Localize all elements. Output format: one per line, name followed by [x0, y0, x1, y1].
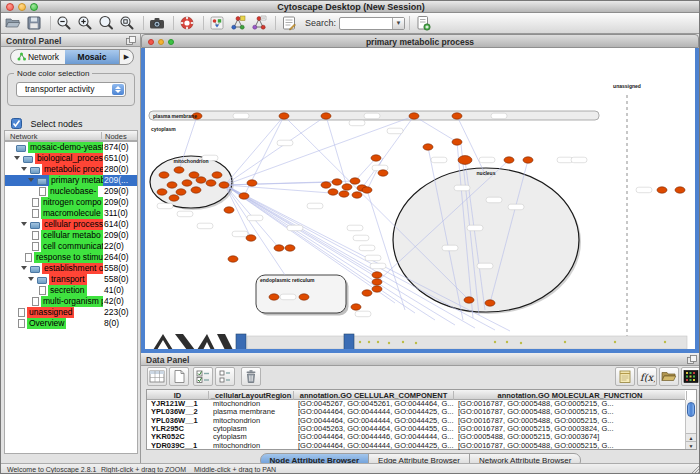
table-column-header[interactable]: _cellularLayoutRegion: [209, 391, 294, 400]
graph-node[interactable]: [224, 207, 234, 213]
table-row[interactable]: YPL036W__1mitochondrion[GO:0044464, GO:0…: [147, 417, 685, 425]
graph-node[interactable]: [378, 170, 388, 176]
export-network-button[interactable]: [250, 14, 271, 33]
zoom-out-button[interactable]: [55, 14, 76, 33]
snapshot-button[interactable]: [148, 14, 169, 33]
tree-row[interactable]: multi-organism pro42(0): [5, 296, 137, 307]
network-window-titlebar[interactable]: primary metabolic process: [141, 34, 699, 48]
tree-row[interactable]: metabolic process280(0): [5, 164, 137, 175]
annotation-button[interactable]: [280, 14, 301, 33]
graph-node[interactable]: [409, 113, 419, 119]
import-network-button[interactable]: [229, 14, 250, 33]
graph-node[interactable]: [191, 187, 201, 193]
graph-node[interactable]: [371, 155, 381, 161]
tree-row[interactable]: mosaic-demo-yeast874(0): [5, 142, 137, 153]
graph-node[interactable]: [299, 294, 309, 300]
save-session-button[interactable]: [25, 14, 46, 33]
graph-node[interactable]: [423, 144, 433, 150]
graph-node[interactable]: [372, 272, 382, 278]
table-column-header[interactable]: ID: [147, 391, 209, 400]
graph-node[interactable]: [212, 172, 222, 178]
graph-node[interactable]: [339, 191, 349, 197]
graph-node[interactable]: [228, 256, 238, 262]
graph-node[interactable]: [321, 182, 331, 188]
graph-node[interactable]: [485, 300, 495, 306]
attribute-grid-button[interactable]: [147, 367, 167, 386]
graph-node[interactable]: [182, 180, 192, 186]
select-nodes-checkbox[interactable]: Select nodes: [11, 113, 83, 125]
resize-grip-icon[interactable]: [691, 465, 700, 474]
graph-node[interactable]: [452, 139, 462, 145]
vizmapper-button[interactable]: [208, 14, 229, 33]
graph-node[interactable]: [285, 245, 295, 251]
tree-row[interactable]: response to stimulu264(0): [5, 252, 137, 263]
tree-row[interactable]: cellular process614(0): [5, 219, 137, 230]
tree-row[interactable]: unassigned223(0): [5, 307, 137, 318]
zoom-in-button[interactable]: [76, 14, 97, 33]
graph-node[interactable]: [464, 297, 474, 303]
graph-node[interactable]: [167, 182, 177, 188]
table-column-header[interactable]: annotation.GO MOLECULAR_FUNCTION: [454, 391, 687, 400]
table-row[interactable]: YLR295Ccytoplasm[GO:0045263, GO:0044464,…: [147, 425, 685, 433]
graph-node[interactable]: [350, 178, 360, 184]
graph-node[interactable]: [269, 294, 279, 300]
zoom-selected-button[interactable]: [118, 14, 139, 33]
graph-node[interactable]: [452, 113, 462, 119]
graph-node[interactable]: [246, 235, 256, 241]
dropdown-stepper-icon[interactable]: [112, 84, 124, 95]
tree-row[interactable]: cellular metabo209(0): [5, 230, 137, 241]
tree-expand-arrow-icon[interactable]: [21, 266, 27, 270]
tab-mosaic[interactable]: Mosaic: [65, 50, 119, 64]
tree-row[interactable]: transport558(0): [5, 274, 137, 285]
notes-button[interactable]: [615, 367, 635, 386]
table-scrollbar[interactable]: ▲ ▼: [685, 400, 696, 449]
import-attributes-button[interactable]: [659, 367, 679, 386]
new-annotation-button[interactable]: [414, 14, 435, 33]
tree-expand-arrow-icon[interactable]: [21, 167, 27, 171]
graph-node[interactable]: [206, 180, 216, 186]
tree-row[interactable]: secretion41(0): [5, 285, 137, 296]
graph-node[interactable]: [342, 184, 352, 190]
graph-node[interactable]: [328, 189, 338, 195]
tree-expand-arrow-icon[interactable]: [28, 277, 34, 281]
float-panel-icon[interactable]: [126, 36, 136, 45]
network-canvas[interactable]: plasma membranecytoplasmmitochondrionnuc…: [145, 48, 695, 349]
tree-row[interactable]: nucleobase-209(0): [5, 186, 137, 197]
scroll-down-arrow[interactable]: ▼: [686, 441, 696, 449]
tree-row[interactable]: biological_process651(0): [5, 153, 137, 164]
scroll-up-arrow[interactable]: ▲: [686, 433, 696, 441]
graph-node[interactable]: [169, 195, 179, 201]
table-row[interactable]: YKR052Ccytoplasm[GO:0044464, GO:0044446,…: [147, 433, 685, 441]
graph-node[interactable]: [362, 187, 372, 193]
node-color-dropdown[interactable]: transporter activity: [16, 82, 126, 97]
tree-row[interactable]: establishment of lo558(0): [5, 263, 137, 274]
float-panel-icon[interactable]: [687, 355, 697, 364]
graph-node[interactable]: [219, 182, 229, 188]
tree-row[interactable]: cell communicat22(0): [5, 241, 137, 252]
tree-col-divider[interactable]: [101, 132, 102, 139]
graph-node[interactable]: [332, 179, 342, 185]
open-session-button[interactable]: [4, 14, 25, 33]
graph-node[interactable]: [321, 113, 331, 119]
scrollbar-thumb[interactable]: [687, 402, 695, 417]
table-row[interactable]: YJR121W__1mitochondrion[GO:0045267, GO:0…: [147, 400, 685, 408]
table-row[interactable]: YPL036W__2plasma membrane[GO:0044464, GO…: [147, 408, 685, 416]
search-dropdown-arrow[interactable]: ▼: [392, 18, 404, 29]
table-column-header[interactable]: annotation.GO CELLULAR_COMPONENT: [294, 391, 454, 400]
graph-node[interactable]: [362, 290, 372, 296]
graph-node[interactable]: [352, 192, 362, 198]
formula-button[interactable]: f(x): [637, 367, 657, 386]
tree-row[interactable]: macromolecule311(0): [5, 208, 137, 219]
graph-node[interactable]: [176, 189, 186, 195]
tree-row[interactable]: nitrogen compo209(0): [5, 197, 137, 208]
unselect-attributes-button[interactable]: [215, 367, 235, 386]
attribute-matrix-button[interactable]: [681, 367, 700, 386]
select-attributes-button[interactable]: [193, 367, 213, 386]
graph-node[interactable]: [274, 245, 284, 251]
graph-node[interactable]: [351, 304, 361, 310]
more-tabs-arrow[interactable]: ▶: [119, 50, 133, 64]
tree-expand-arrow-icon[interactable]: [28, 178, 34, 182]
graph-node[interactable]: [174, 167, 184, 173]
tree-row[interactable]: primary metabo209(...: [5, 175, 137, 186]
graph-node[interactable]: [372, 286, 382, 292]
